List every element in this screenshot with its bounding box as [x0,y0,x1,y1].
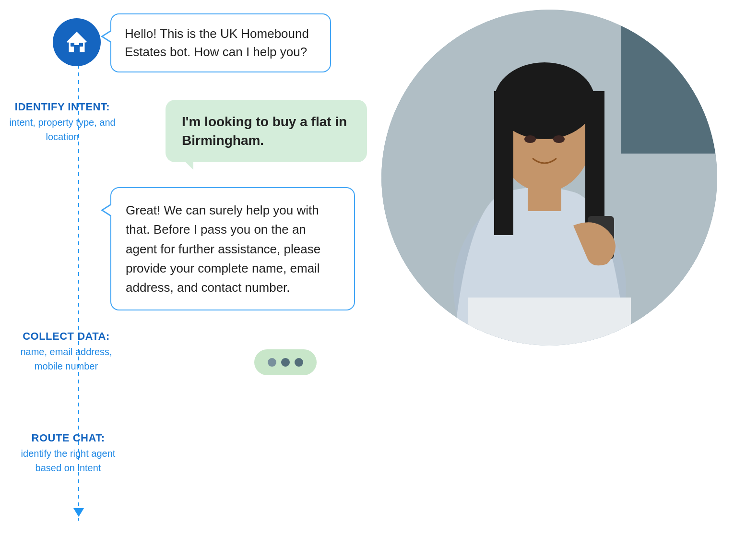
svg-marker-14 [66,32,87,42]
typing-dot-2 [281,358,290,367]
main-scene: Hello! This is the UK Homebound Estates … [0,0,746,560]
identify-intent-title: IDENTIFY INTENT: [5,101,120,113]
svg-rect-9 [528,182,561,211]
flow-arrow [73,508,84,517]
identify-intent-label: IDENTIFY INTENT: intent, property type, … [5,101,120,144]
svg-rect-11 [468,298,631,346]
svg-rect-7 [494,91,513,235]
svg-point-12 [524,135,536,143]
collect-data-title: COLLECT DATA: [9,330,124,343]
route-chat-title: ROUTE CHAT: [11,432,126,444]
collect-data-body: name, email address, mobile number [9,345,124,373]
bot-bubble-1: Hello! This is the UK Homebound Estates … [110,13,331,72]
svg-rect-8 [585,91,604,226]
typing-indicator [254,349,317,375]
typing-dot-3 [295,358,303,367]
user-bubble-1: I'm looking to buy a flat in Birmingham. [166,100,367,162]
bot-avatar [53,18,101,66]
svg-rect-16 [74,45,80,52]
svg-rect-18 [79,43,83,47]
svg-rect-17 [71,43,74,47]
identify-intent-body: intent, property type, and location [5,115,120,144]
route-chat-label: ROUTE CHAT: identify the right agent bas… [11,432,126,475]
svg-rect-3 [621,10,717,154]
person-photo [381,10,717,346]
typing-dot-1 [268,358,276,367]
route-chat-body: identify the right agent based on intent [11,446,126,475]
collect-data-label: COLLECT DATA: name, email address, mobil… [9,330,124,373]
bot-bubble-2: Great! We can surely help you with that.… [110,187,355,310]
svg-point-13 [553,135,565,143]
